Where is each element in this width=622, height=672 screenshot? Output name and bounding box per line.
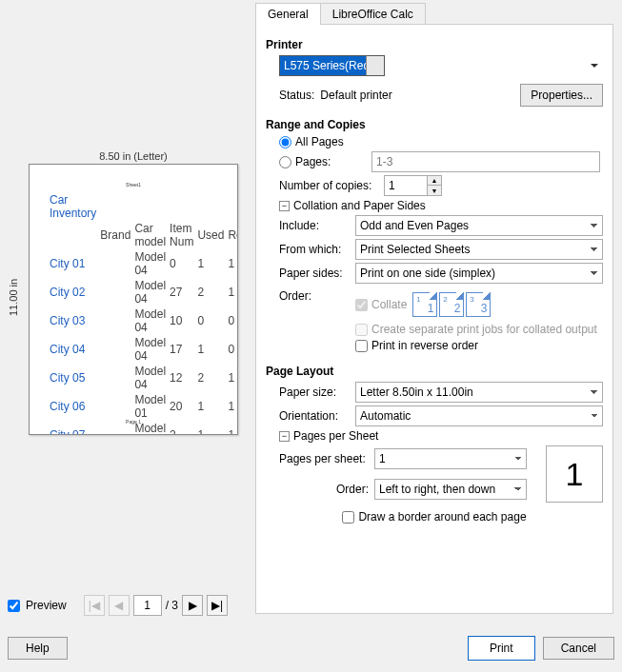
- draw-border-label: Draw a border around each page: [358, 510, 526, 524]
- include-label: Include:: [279, 219, 355, 232]
- pages-label: Pages:: [295, 155, 371, 168]
- tab-calc[interactable]: LibreOffice Calc: [321, 3, 426, 25]
- collation-expander[interactable]: −: [279, 201, 290, 211]
- tab-general[interactable]: General: [255, 3, 321, 25]
- copies-spin-up[interactable]: ▲: [428, 176, 441, 186]
- from-which-select[interactable]: Print Selected Sheets: [355, 239, 603, 260]
- paper-size-label: Paper size:: [279, 385, 355, 399]
- order-label: Order:: [279, 289, 355, 303]
- paper-sides-select[interactable]: Print on one side (simplex): [355, 263, 603, 284]
- chevron-down-icon: [591, 64, 598, 68]
- reverse-order-checkbox[interactable]: [355, 340, 368, 352]
- collate-label: Collate: [371, 298, 407, 311]
- all-pages-radio[interactable]: [279, 136, 291, 148]
- draw-border-checkbox[interactable]: [342, 511, 354, 524]
- pps-expander-label: Pages per Sheet: [293, 429, 378, 443]
- orientation-select[interactable]: Automatic: [355, 405, 603, 426]
- collation-expander-label: Collation and Paper Sides: [293, 199, 426, 212]
- paper-size-select[interactable]: Letter 8.50in x 11.00in: [355, 382, 603, 403]
- pages-radio[interactable]: [279, 156, 291, 168]
- printer-header: Printer: [266, 38, 603, 51]
- layout-header: Page Layout: [266, 365, 603, 378]
- include-select[interactable]: Odd and Even Pages: [355, 215, 603, 236]
- next-page-button[interactable]: ▶: [182, 595, 203, 616]
- collate-icon: 11 22 33: [412, 292, 491, 317]
- properties-button[interactable]: Properties...: [520, 84, 603, 107]
- preview-height-label: 11.00 in: [8, 162, 19, 433]
- pps-label: Pages per sheet:: [279, 452, 374, 465]
- layout-order-select[interactable]: Left to right, then down: [374, 479, 527, 500]
- copies-input[interactable]: [384, 175, 428, 196]
- pps-expander[interactable]: −: [279, 431, 290, 442]
- page-number-input[interactable]: [133, 595, 162, 616]
- preview-width-label: 8.50 in (Letter): [29, 150, 238, 162]
- separate-jobs-checkbox: [355, 324, 368, 336]
- from-which-label: From which:: [279, 243, 355, 256]
- print-preview-page: Sheet1 Car Inventory BrandCar modelItem …: [29, 164, 238, 435]
- first-page-button[interactable]: |◀: [84, 595, 105, 616]
- orientation-label: Orientation:: [279, 409, 355, 423]
- pps-select[interactable]: 1: [374, 448, 527, 469]
- last-page-button[interactable]: ▶|: [207, 595, 228, 616]
- reverse-order-label: Print in reverse order: [371, 339, 478, 352]
- cancel-button[interactable]: Cancel: [543, 637, 614, 660]
- status-label: Status:: [279, 89, 314, 102]
- tab-strip: General LibreOffice Calc: [255, 2, 426, 24]
- pps-preview-box: 1: [546, 445, 603, 503]
- paper-sides-label: Paper sides:: [279, 267, 355, 280]
- pages-input[interactable]: [371, 151, 600, 172]
- printer-select[interactable]: L575 Series(Rede): [279, 55, 385, 76]
- preview-checkbox[interactable]: [8, 600, 20, 612]
- print-button[interactable]: Print: [468, 636, 535, 661]
- help-button[interactable]: Help: [8, 637, 68, 660]
- all-pages-label: All Pages: [295, 135, 344, 148]
- layout-order-label: Order:: [279, 483, 374, 496]
- collate-checkbox: [355, 299, 368, 311]
- general-panel: Printer L575 Series(Rede) Status: Defaul…: [255, 24, 613, 614]
- copies-spin-down[interactable]: ▼: [428, 186, 441, 195]
- range-header: Range and Copies: [266, 118, 603, 131]
- separate-jobs-label: Create separate print jobs for collated …: [371, 323, 597, 336]
- prev-page-button[interactable]: ◀: [109, 595, 130, 616]
- page-total-label: / 3: [166, 599, 178, 612]
- copies-label: Number of copies:: [279, 179, 384, 192]
- preview-checkbox-label: Preview: [26, 599, 67, 612]
- status-value: Default printer: [320, 89, 391, 102]
